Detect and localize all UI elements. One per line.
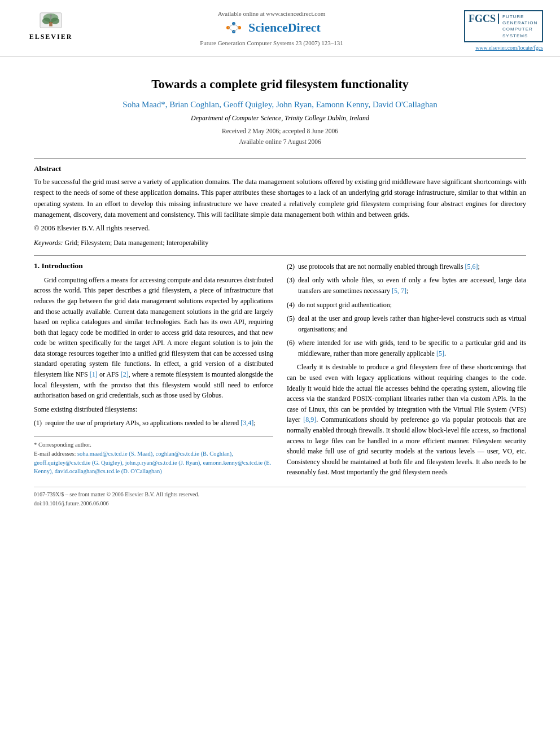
- keywords-text: Grid; Filesystem; Data management; Inter…: [65, 239, 209, 247]
- ref1: [1]: [90, 370, 98, 378]
- svg-line-13: [234, 28, 239, 32]
- journal-info: Future Generation Computer Systems 23 (2…: [200, 40, 343, 46]
- page: ELSEVIER Available online at www.science…: [0, 0, 560, 747]
- affiliation: Department of Computer Science, Trinity …: [34, 114, 526, 123]
- ref2: [2]: [121, 370, 129, 378]
- sciencedirect-logo: ScienceDirect: [222, 19, 321, 36]
- abstract-text: To be successful the grid must serve a v…: [34, 177, 526, 221]
- fgcs-title: FGCS: [469, 14, 499, 24]
- svg-point-5: [50, 15, 52, 17]
- left-column: 1. Introduction Grid computing offers a …: [34, 261, 273, 481]
- fgcs-area: FGCS FUTURE GENERATION COMPUTER SYSTEMS …: [453, 10, 543, 51]
- header: ELSEVIER Available online at www.science…: [0, 0, 560, 57]
- footer-issn: 0167-739X/$ – see front matter © 2006 El…: [34, 490, 526, 499]
- list-item-1: (1) require the use of proprietary APIs,…: [34, 418, 273, 429]
- dates: Received 2 May 2006; accepted 8 June 200…: [34, 126, 526, 148]
- main-content: Towards a complete grid filesystem funct…: [0, 57, 560, 519]
- abstract-title: Abstract: [34, 164, 526, 173]
- paper-title: Towards a complete grid filesystem funct…: [34, 77, 526, 91]
- section1-para1: Grid computing offers a means for access…: [34, 275, 273, 401]
- authors: Soha Maad*, Brian Coghlan, Geoff Quigley…: [34, 100, 526, 110]
- svg-rect-4: [49, 22, 53, 27]
- footnote-emails: E-mail addresses: soha.maad@cs.tcd.ie (S…: [34, 449, 273, 476]
- keywords-line: Keywords: Grid; Filesystem; Data managem…: [34, 239, 526, 247]
- section1-para2: Some existing distributed filesystems:: [34, 404, 273, 415]
- sd-brand: ScienceDirect: [248, 20, 321, 35]
- bottom-footer: 0167-739X/$ – see front matter © 2006 El…: [34, 487, 526, 508]
- elsevier-url[interactable]: www.elsevier.com/locate/fgcs: [475, 45, 543, 51]
- section1-title: 1. Introduction: [34, 261, 273, 270]
- elsevier-text-label: ELSEVIER: [29, 33, 73, 41]
- list-item-3: (3) deal only with whole files, so even …: [287, 275, 526, 296]
- abstract-copyright: © 2006 Elsevier B.V. All rights reserved…: [34, 223, 526, 234]
- divider-keywords: [34, 255, 526, 256]
- list-item-2: (2) use protocols that are not normally …: [287, 261, 526, 272]
- footnote-emails-label: E-mail addresses:: [34, 451, 76, 457]
- divider-top: [34, 158, 526, 159]
- right-para-clearly: Clearly it is desirable to produce a gri…: [287, 362, 526, 478]
- fgcs-box: FGCS FUTURE GENERATION COMPUTER SYSTEMS: [464, 10, 543, 42]
- list-item-6-num: (6): [287, 338, 295, 348]
- elsevier-logo: ELSEVIER: [17, 10, 85, 41]
- list-item-1-num: (1): [34, 418, 42, 429]
- sd-science-text: ScienceDirect: [248, 20, 321, 34]
- right-column: (2) use protocols that are not normally …: [287, 261, 526, 481]
- section1-right-body: (2) use protocols that are not normally …: [287, 261, 526, 478]
- right-list: (2) use protocols that are not normally …: [287, 261, 526, 359]
- list-item-5: (5) deal at the user and group levels ra…: [287, 313, 526, 334]
- available-date: Available online 7 August 2006: [239, 138, 321, 145]
- list-item-5-num: (5): [287, 313, 295, 324]
- available-online-text: Available online at www.sciencedirect.co…: [218, 10, 326, 17]
- footer-doi: doi:10.1016/j.future.2006.06.006: [34, 499, 526, 508]
- list-item-4-num: (4): [287, 300, 295, 311]
- abstract-section: Abstract To be successful the grid must …: [34, 164, 526, 247]
- section1-number: 1.: [34, 261, 40, 270]
- two-col-layout: 1. Introduction Grid computing offers a …: [34, 261, 526, 481]
- elsevier-logo-area: ELSEVIER: [17, 10, 90, 41]
- sd-icon: [222, 19, 245, 36]
- sciencedirect-area: Available online at www.sciencedirect.co…: [90, 10, 453, 46]
- elsevier-tree-icon: [34, 10, 68, 32]
- svg-line-14: [228, 28, 234, 32]
- section1-body: Grid computing offers a means for access…: [34, 275, 273, 429]
- section1-heading: Introduction: [42, 261, 83, 270]
- svg-line-11: [228, 24, 234, 28]
- list-item-4: (4) do not support grid authentication;: [287, 300, 526, 311]
- keywords-label: Keywords:: [34, 239, 63, 247]
- footnote-area: * Corresponding author. E-mail addresses…: [34, 436, 273, 476]
- list-item-6: (6) where intended for use with grids, t…: [287, 338, 526, 359]
- left-list: (1) require the use of proprietary APIs,…: [34, 418, 273, 429]
- svg-line-12: [234, 24, 239, 28]
- received-date: Received 2 May 2006; accepted 8 June 200…: [222, 128, 338, 134]
- list-item-2-num: (2): [287, 261, 295, 272]
- list-item-3-num: (3): [287, 275, 295, 286]
- footnote-corresponding: * Corresponding author.: [34, 440, 273, 449]
- fgcs-words: FUTURE GENERATION COMPUTER SYSTEMS: [502, 14, 537, 39]
